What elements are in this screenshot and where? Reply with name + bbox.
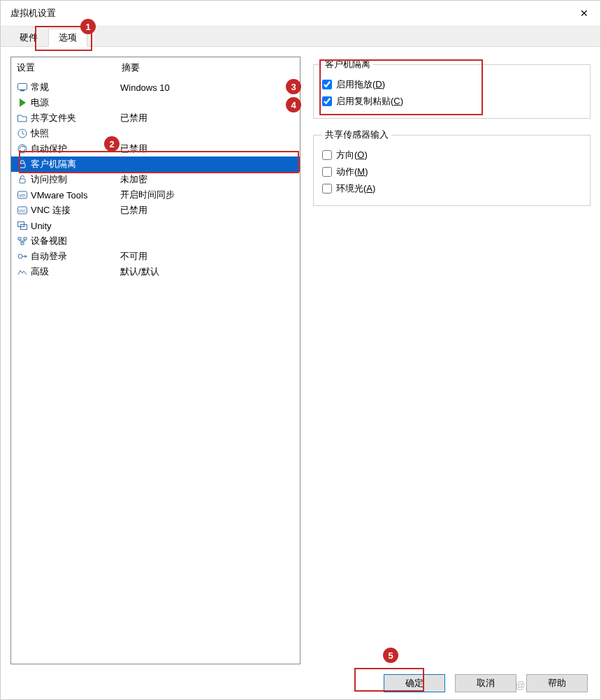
column-setting: 设置 <box>17 61 122 74</box>
checkbox-label-orientation: 方向(O) <box>336 149 368 161</box>
group-shared-sensors-legend: 共享传感器输入 <box>322 129 391 141</box>
svg-rect-14 <box>24 238 27 240</box>
settings-row-summary: Windows 10 <box>120 82 296 93</box>
settings-row-name: 高级 <box>29 265 120 278</box>
svg-rect-15 <box>21 242 24 245</box>
shared-folder-icon <box>15 112 29 124</box>
group-guest-isolation-legend: 客户机隔离 <box>322 58 373 71</box>
settings-row-name: Unity <box>29 221 120 231</box>
settings-row-name: 访问控制 <box>29 173 120 186</box>
vnc-icon: VNC <box>15 205 29 216</box>
close-button[interactable] <box>568 1 600 26</box>
checkbox-orientation[interactable] <box>322 150 332 160</box>
settings-row[interactable]: 常规Windows 10 <box>11 80 300 95</box>
checkbox-enable-dragdrop[interactable] <box>322 80 332 89</box>
settings-row-name: 自动登录 <box>29 250 120 263</box>
checkbox-label-dragdrop: 启用拖放(D) <box>336 78 385 91</box>
settings-row-name: 电源 <box>29 96 120 109</box>
settings-list-header: 设置 摘要 <box>11 61 300 80</box>
window-title: 虚拟机设置 <box>10 7 56 20</box>
checkbox-enable-copypaste[interactable] <box>322 96 332 106</box>
titlebar: 虚拟机设置 <box>1 1 600 26</box>
snapshot-icon <box>15 128 29 139</box>
checkbox-row-copypaste: 启用复制粘贴(C) <box>322 93 581 110</box>
checkbox-label-ambient: 环境光(A) <box>336 182 375 195</box>
group-guest-isolation: 客户机隔离 启用拖放(D) 启用复制粘贴(C) <box>313 58 591 119</box>
settings-row[interactable]: 自动登录不可用 <box>11 249 300 264</box>
access-ctrl-icon <box>15 174 29 185</box>
details-pane: 客户机隔离 启用拖放(D) 启用复制粘贴(C) 共享传感器输入 <box>300 57 591 664</box>
checkbox-label-motion: 动作(M) <box>336 166 368 178</box>
settings-row-summary: 不可用 <box>120 250 296 263</box>
tab-hardware[interactable]: 硬件 <box>9 29 48 47</box>
checkbox-motion[interactable] <box>322 167 332 177</box>
settings-row-name: 自动保护 <box>29 143 120 155</box>
settings-row-summary: 已禁用 <box>120 204 296 217</box>
settings-row-name: 快照 <box>29 127 120 140</box>
device-view-icon <box>15 235 29 247</box>
guest-iso-icon <box>15 159 29 170</box>
tab-options[interactable]: 选项 <box>48 29 87 47</box>
settings-row-name: 客户机隔离 <box>29 158 120 170</box>
autologin-icon <box>15 251 29 262</box>
svg-rect-6 <box>20 179 25 183</box>
settings-row[interactable]: 设备视图 <box>11 233 300 249</box>
settings-row-name: VMware Tools <box>29 190 120 200</box>
vmtools-icon: vm <box>15 189 29 200</box>
settings-row[interactable]: 快照 <box>11 126 300 141</box>
settings-row[interactable]: 电源 <box>11 95 300 110</box>
svg-marker-2 <box>20 99 26 107</box>
settings-row[interactable]: 共享文件夹已禁用 <box>11 110 300 126</box>
column-summary: 摘要 <box>122 61 294 74</box>
settings-row-name: 共享文件夹 <box>29 112 120 124</box>
settings-row[interactable]: Unity <box>11 218 300 233</box>
power-icon <box>15 97 29 108</box>
settings-row[interactable]: 高级默认/默认 <box>11 264 300 279</box>
button-bar: 确定 取消 帮助 <box>384 674 588 692</box>
advanced-icon <box>15 266 29 277</box>
autoprotect-icon <box>15 143 29 154</box>
checkbox-row-motion: 动作(M) <box>322 163 581 180</box>
cancel-button[interactable]: 取消 <box>455 674 516 692</box>
settings-row-summary: 未加密 <box>120 173 296 186</box>
help-button[interactable]: 帮助 <box>526 674 588 692</box>
svg-rect-13 <box>18 238 21 240</box>
settings-row-summary: 默认/默认 <box>120 265 296 278</box>
checkbox-row-orientation: 方向(O) <box>322 147 581 163</box>
checkbox-ambient[interactable] <box>322 184 332 194</box>
svg-rect-1 <box>20 90 24 92</box>
ok-button[interactable]: 确定 <box>384 674 445 692</box>
checkbox-label-copypaste: 启用复制粘贴(C) <box>336 95 403 108</box>
body-area: 设置 摘要 常规Windows 10电源共享文件夹已禁用快照自动保护已禁用客户机… <box>1 47 600 664</box>
settings-row[interactable]: 客户机隔离 <box>11 156 300 172</box>
svg-text:VNC: VNC <box>19 209 27 213</box>
svg-text:vm: vm <box>19 193 26 198</box>
svg-point-16 <box>18 254 22 258</box>
checkbox-row-dragdrop: 启用拖放(D) <box>322 76 581 93</box>
settings-row-name: 设备视图 <box>29 235 120 247</box>
settings-row[interactable]: vmVMware Tools开启时间同步 <box>11 187 300 203</box>
settings-row-name: VNC 连接 <box>29 204 120 217</box>
group-shared-sensors: 共享传感器输入 方向(O) 动作(M) 环境光(A) <box>313 129 591 206</box>
settings-row[interactable]: VNCVNC 连接已禁用 <box>11 203 300 218</box>
settings-list-pane: 设置 摘要 常规Windows 10电源共享文件夹已禁用快照自动保护已禁用客户机… <box>10 57 300 664</box>
checkbox-row-ambient: 环境光(A) <box>322 180 581 197</box>
settings-row[interactable]: 自动保护已禁用 <box>11 141 300 156</box>
svg-rect-0 <box>18 84 27 90</box>
settings-row-name: 常规 <box>29 81 120 94</box>
settings-row[interactable]: 访问控制未加密 <box>11 172 300 187</box>
svg-rect-5 <box>20 163 25 168</box>
tabstrip: 硬件 选项 <box>1 26 600 47</box>
vm-settings-window: 虚拟机设置 硬件 选项 设置 摘要 常规Windows 10电源共享文件夹已禁用… <box>0 0 601 700</box>
settings-list[interactable]: 常规Windows 10电源共享文件夹已禁用快照自动保护已禁用客户机隔离访问控制… <box>11 80 300 279</box>
close-icon <box>580 8 588 19</box>
unity-icon <box>15 220 29 231</box>
settings-row-summary: 开启时间同步 <box>120 189 296 201</box>
settings-row-summary: 已禁用 <box>120 143 296 155</box>
general-icon <box>15 82 29 93</box>
settings-row-summary: 已禁用 <box>120 112 296 124</box>
